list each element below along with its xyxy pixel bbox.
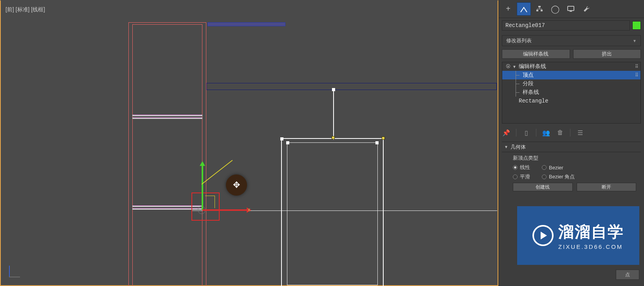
create-line-button[interactable]: 创建线 [513, 183, 573, 191]
viewport-label[interactable]: [前] [标准] [线框] [5, 6, 45, 13]
vertex[interactable] [286, 141, 289, 144]
svg-rect-4 [570, 11, 572, 12]
geometry-rollout-header[interactable]: ▼ 几何体 [502, 142, 641, 152]
modifier-stack[interactable]: ⦿ ▼ 编辑样条线 ⠿ 顶点 ⠿ 分段 样条线 Rectangle [502, 62, 641, 124]
viewport[interactable]: [前] [标准] [线框] x ✥ [0, 0, 498, 286]
stack-sub-spline[interactable]: 样条线 [502, 88, 640, 97]
delete-icon[interactable]: 🗑 [556, 129, 565, 136]
create-tab-icon[interactable]: + [501, 2, 515, 16]
visibility-icon[interactable]: ⦿ [505, 64, 512, 69]
hierarchy-tab-icon[interactable] [532, 2, 547, 16]
radio-linear[interactable]: 线性 [513, 164, 530, 171]
configure-icon[interactable]: ☰ [576, 129, 584, 137]
watermark-url: ZIXUE.3D66.COM [558, 243, 623, 250]
object-name-input[interactable] [502, 20, 630, 31]
watermark-title: 溜溜自学 [558, 221, 624, 243]
modifier-list-label: 修改器列表 [506, 37, 532, 44]
chevron-down-icon: ▼ [633, 39, 637, 43]
move-cursor-icon: ✥ [226, 174, 247, 196]
vertex[interactable] [280, 137, 283, 140]
wireframe-divider-1a [132, 115, 202, 116]
svg-rect-2 [541, 10, 543, 11]
chevron-down-icon: ▼ [504, 145, 508, 149]
display-tab-icon[interactable] [564, 2, 578, 16]
pin-icon[interactable]: 📌 [502, 129, 511, 137]
vertex-selected[interactable] [382, 137, 385, 140]
svg-rect-0 [538, 6, 541, 7]
radio-bezier[interactable]: Bezier [542, 165, 563, 171]
wireframe-rect-red-inner [132, 24, 202, 286]
stack-sub-segment[interactable]: 分段 [502, 79, 640, 88]
wireframe-white-inner [287, 142, 378, 285]
make-unique-icon[interactable]: 👥 [542, 129, 550, 137]
extrude-button[interactable]: 挤出 [573, 49, 641, 59]
wireframe-divider-1b [132, 117, 202, 119]
stack-tools-row: 📌 ▯ 👥 🗑 ☰ [502, 128, 641, 138]
edit-spline-button[interactable]: 编辑样条线 [502, 49, 570, 59]
gizmo-plane-xy[interactable] [205, 196, 215, 208]
gizmo-axis-y[interactable] [202, 165, 203, 210]
subobj-icon[interactable]: ⠿ [633, 64, 640, 69]
stack-item-base[interactable]: Rectangle [502, 97, 640, 105]
wireframe-blue-mid [206, 83, 497, 90]
new-vertex-type-label: 新顶点类型 [513, 155, 636, 162]
panel-tabs: + ◯ [499, 0, 644, 18]
modifier-quick-buttons: 编辑样条线 挤出 [499, 49, 644, 62]
world-axis-tripod [5, 266, 20, 281]
utilities-tab-icon[interactable] [579, 2, 593, 16]
object-color-swatch[interactable] [632, 21, 641, 30]
motion-tab-icon[interactable]: ◯ [548, 2, 562, 16]
break-button[interactable]: 断开 [577, 183, 637, 191]
wireframe-blue-top [207, 22, 285, 26]
subobj-icon[interactable]: ⠿ [633, 72, 640, 78]
rollout-title: 几何体 [511, 144, 526, 151]
gizmo-axis-x[interactable] [202, 209, 247, 211]
watermark: 溜溜自学 ZIXUE.3D66.COM [517, 206, 639, 265]
modifier-list-dropdown[interactable]: 修改器列表 ▼ [502, 35, 641, 46]
radio-bezier-corner[interactable]: Bezier 角点 [542, 173, 575, 180]
expand-icon[interactable]: ▼ [512, 65, 517, 69]
svg-rect-1 [536, 10, 538, 11]
svg-rect-3 [568, 6, 574, 11]
show-end-result-icon[interactable]: ▯ [522, 129, 530, 137]
radio-smooth[interactable]: 平滑 [513, 173, 530, 180]
vertex[interactable] [332, 88, 335, 91]
stack-item-edit-spline[interactable]: ⦿ ▼ 编辑样条线 ⠿ [502, 62, 640, 71]
vertex[interactable] [375, 141, 379, 144]
modify-tab-icon[interactable] [517, 2, 531, 16]
axis-label-x: x [248, 207, 250, 212]
geometry-rollout-body: 新顶点类型 线性 Bezier 平滑 Bezier 角点 创建线 断开 [502, 152, 641, 195]
object-name-row [499, 18, 644, 33]
vertex-selected[interactable] [332, 136, 335, 139]
wireframe-white-vline [333, 89, 334, 140]
bottom-label[interactable]: 点 [616, 270, 639, 280]
stack-sub-vertex[interactable]: 顶点 ⠿ [502, 71, 640, 79]
play-logo-icon [532, 225, 554, 246]
